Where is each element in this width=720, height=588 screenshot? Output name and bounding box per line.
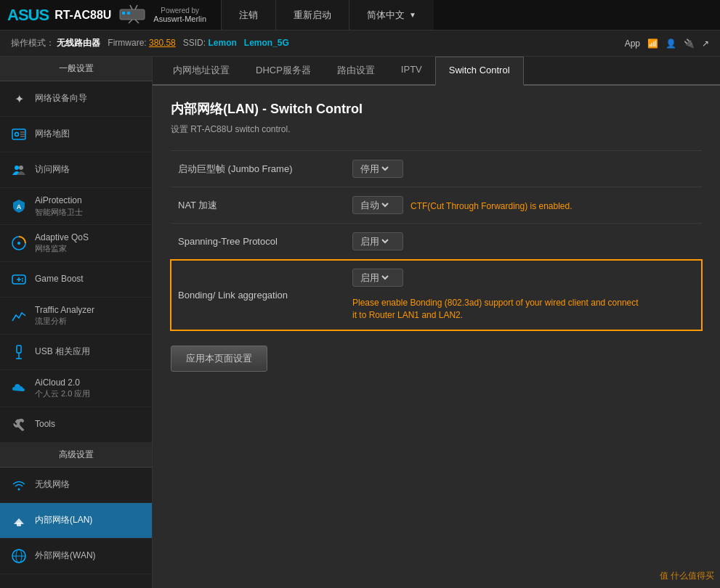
settings-table: 启动巨型帧 (Jumbo Frame) 停用 启用	[171, 150, 702, 331]
reboot-button[interactable]: 重新启动	[275, 0, 349, 30]
nat-control: 自动 启用 停用 CTF(Cut Through Forwarding) is …	[345, 187, 702, 224]
page-title: 内部网络(LAN) - Switch Control	[171, 100, 702, 118]
powered-area: Powered by Asuswrt-Merlin	[153, 7, 206, 23]
sidebar-item-map[interactable]: 网络地图	[0, 117, 152, 152]
user-icon[interactable]: 👤	[666, 38, 676, 49]
sidebar: 一般设置 ✦ 网络设备向导 网络地图 访问网络 A AiProtection 智…	[0, 57, 153, 588]
jumbo-frame-label: 启动巨型帧 (Jumbo Frame)	[171, 151, 345, 187]
sidebar-label-aicloud: AiCloud 2.0 个人云 2.0 应用	[35, 377, 90, 399]
svg-rect-26	[17, 523, 21, 526]
wifi-icon[interactable]: 📶	[647, 38, 658, 49]
jumbo-frame-select-wrapper[interactable]: 停用 启用	[352, 160, 403, 178]
ssid2: Lemon_5G	[244, 38, 289, 48]
main-layout: 一般设置 ✦ 网络设备向导 网络地图 访问网络 A AiProtection 智…	[0, 57, 720, 588]
sidebar-item-wizard[interactable]: ✦ 网络设备向导	[0, 81, 152, 117]
tools-icon	[9, 415, 29, 435]
tab-route[interactable]: 路由设置	[324, 57, 388, 86]
content-area: 内网地址设置 DHCP服务器 路由设置 IPTV Switch Control …	[153, 57, 720, 588]
svg-rect-2	[127, 12, 130, 15]
jumbo-frame-select[interactable]: 停用 启用	[357, 163, 391, 175]
svg-text:A: A	[17, 203, 22, 211]
tab-lan-ip[interactable]: 内网地址设置	[160, 57, 243, 86]
sidebar-item-aicloud[interactable]: AiCloud 2.0 个人云 2.0 应用	[0, 370, 152, 407]
sidebar-item-usb[interactable]: USB 相关应用	[0, 335, 152, 370]
app-label: App	[625, 38, 640, 49]
top-right-icons: App 📶 👤 🔌 ↗	[625, 38, 709, 49]
bonding-select-wrapper[interactable]: 启用 停用	[352, 269, 403, 287]
wan-icon	[9, 546, 29, 566]
lan-icon	[9, 510, 29, 531]
top-bar: ASUS RT-AC88U Powered by Asuswrt-Merlin …	[0, 0, 720, 30]
apply-button[interactable]: 应用本页面设置	[171, 346, 267, 372]
chevron-down-icon: ▼	[409, 11, 416, 19]
row-nat: NAT 加速 自动 启用 停用 CTF(Cut	[171, 187, 702, 224]
bonding-select[interactable]: 启用 停用	[357, 271, 391, 284]
sidebar-item-tools[interactable]: Tools	[0, 407, 152, 443]
sidebar-label-tools: Tools	[35, 419, 55, 430]
tab-iptv[interactable]: IPTV	[388, 57, 435, 86]
nat-info: CTF(Cut Through Forwarding) is enabled.	[410, 197, 573, 213]
usb-icon	[9, 342, 29, 362]
sidebar-item-guest[interactable]: 访问网络	[0, 152, 152, 188]
sidebar-item-lan[interactable]: 内部网络(LAN)	[0, 503, 152, 539]
router-icon	[118, 4, 146, 26]
qos-icon	[9, 233, 29, 253]
nat-select-wrapper[interactable]: 自动 启用 停用	[352, 196, 403, 214]
page-desc: 设置 RT-AC88U switch control.	[171, 123, 702, 136]
sidebar-item-wan[interactable]: 外部网络(WAN)	[0, 539, 152, 574]
wizard-icon: ✦	[9, 89, 29, 109]
row-stp: Spanning-Tree Protocol 启用 停用	[171, 224, 702, 260]
aicloud-icon	[9, 378, 29, 399]
sidebar-item-qos[interactable]: Adaptive QoS 网络监家	[0, 225, 152, 262]
sidebar-item-aiprotection[interactable]: A AiProtection 智能网络卫士	[0, 188, 152, 225]
status-bar: 操作模式： 无线路由器 Firmware: 380.58 SSID: Lemon…	[0, 30, 720, 57]
mode-value: 无线路由器	[57, 38, 100, 48]
svg-line-3	[130, 5, 132, 9]
map-icon	[9, 124, 29, 144]
gameboost-icon	[9, 269, 29, 290]
usb-icon[interactable]: 🔌	[684, 38, 695, 49]
jumbo-frame-control: 停用 启用	[345, 151, 702, 187]
bonding-info: Please enable Bonding (802.3ad) support …	[352, 294, 643, 322]
sidebar-section-advanced: 高级设置	[0, 443, 152, 467]
stp-control: 启用 停用	[345, 224, 702, 260]
tabs-bar: 内网地址设置 DHCP服务器 路由设置 IPTV Switch Control	[153, 57, 720, 86]
row-jumbo-frame: 启动巨型帧 (Jumbo Frame) 停用 启用	[171, 151, 702, 187]
share-icon[interactable]: ↗	[702, 38, 709, 49]
svg-point-8	[15, 133, 19, 136]
sidebar-section-general: 一般设置	[0, 57, 152, 81]
sidebar-label-guest: 访问网络	[35, 164, 70, 176]
page-content: 内部网络(LAN) - Switch Control 设置 RT-AC88U s…	[153, 86, 720, 588]
nat-select[interactable]: 自动 启用 停用	[357, 199, 391, 211]
nat-label: NAT 加速	[171, 187, 345, 224]
sidebar-label-qos: Adaptive QoS 网络监家	[35, 232, 89, 254]
merlin-text: Asuswrt-Merlin	[153, 15, 206, 23]
svg-point-25	[18, 488, 20, 490]
svg-line-6	[135, 20, 139, 23]
tab-switch[interactable]: Switch Control	[435, 57, 524, 86]
traffic-icon	[9, 306, 29, 326]
sidebar-label-aiprotection: AiProtection 智能网络卫士	[35, 195, 83, 217]
svg-point-12	[15, 166, 19, 170]
cancel-button[interactable]: 注销	[221, 0, 275, 30]
sidebar-item-traffic[interactable]: Traffic Analyzer 流里分析	[0, 298, 152, 335]
logo-area: ASUS RT-AC88U Powered by Asuswrt-Merlin	[0, 4, 221, 26]
stp-select-wrapper[interactable]: 启用 停用	[352, 232, 403, 250]
language-button[interactable]: 简体中文 ▼	[349, 0, 434, 30]
sidebar-label-wizard: 网络设备向导	[35, 93, 87, 105]
wireless-icon	[9, 475, 29, 495]
row-bonding: Bonding/ Link aggregation 启用 停用 Please e…	[171, 260, 702, 331]
sidebar-label-traffic: Traffic Analyzer 流里分析	[35, 305, 94, 327]
firmware-link[interactable]: 380.58	[149, 38, 176, 48]
svg-point-16	[17, 242, 20, 245]
top-nav: 注销 重新启动 简体中文 ▼	[221, 0, 720, 30]
sidebar-label-usb: USB 相关应用	[35, 346, 90, 358]
sidebar-label-gameboost: Game Boost	[35, 274, 84, 285]
tab-dhcp[interactable]: DHCP服务器	[243, 57, 324, 86]
sidebar-item-gameboost[interactable]: Game Boost	[0, 262, 152, 298]
model-name: RT-AC88U	[54, 9, 111, 22]
stp-select[interactable]: 启用 停用	[357, 235, 391, 248]
sidebar-item-wireless[interactable]: 无线网络	[0, 467, 152, 503]
svg-line-4	[135, 5, 137, 9]
watermark: 值 什么值得买	[660, 570, 714, 582]
